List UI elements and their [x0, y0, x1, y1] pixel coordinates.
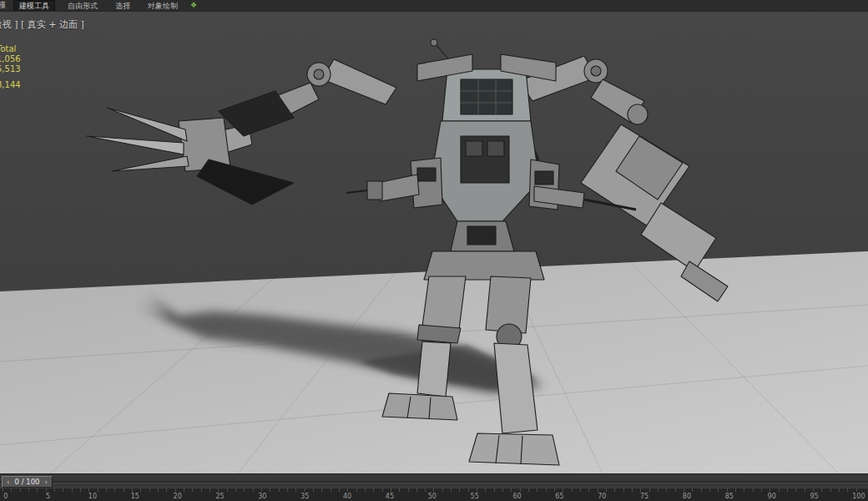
- object-paint-icon[interactable]: ❖: [190, 2, 198, 9]
- frame-label: 15: [131, 492, 139, 501]
- track-bar[interactable]: 0510152025303540455055606570758085909510…: [0, 488, 868, 501]
- menu-item[interactable]: 选择: [110, 1, 135, 11]
- frame-label: 20: [174, 492, 182, 501]
- ribbon-menu-items: 建模工具自由形式选择对象绘制: [13, 0, 183, 12]
- frame-label: 45: [386, 492, 394, 501]
- time-slider-groove[interactable]: [0, 481, 868, 483]
- frame-label: 10: [88, 492, 97, 501]
- viewport-label[interactable]: [ 透视 ] [ 真实 + 边面 ]: [0, 18, 84, 31]
- frame-label: 60: [512, 492, 521, 501]
- frame-label: 65: [555, 492, 563, 501]
- poly-statistics: Total 1,0565,513 8,144: [0, 44, 21, 90]
- frame-label: 25: [215, 492, 224, 501]
- frame-label: 95: [810, 492, 818, 501]
- ribbon-tab-modeling[interactable]: 建模: [0, 0, 6, 11]
- track-bar-labels: 0510152025303540455055606570758085909510…: [0, 492, 868, 501]
- stats-extra: 8,144: [0, 80, 21, 90]
- frame-label: 5: [46, 492, 50, 501]
- frame-label: 70: [598, 492, 606, 501]
- frame-label: 80: [683, 492, 691, 501]
- frame-label: 75: [640, 492, 648, 501]
- frame-label: 90: [768, 492, 776, 501]
- ribbon-menubar: 建模 建模工具自由形式选择对象绘制 ❖: [0, 0, 868, 12]
- max-application-window: 建模 建模工具自由形式选择对象绘制 ❖: [0, 0, 868, 501]
- current-frame-display: 0 / 100: [13, 478, 43, 486]
- frame-label: 100: [852, 492, 865, 501]
- frame-label: 35: [300, 492, 309, 501]
- frame-label: 50: [428, 492, 437, 501]
- frame-label: 0: [3, 492, 8, 501]
- time-slider-row[interactable]: ‹ 0 / 100 ›: [0, 473, 868, 488]
- stats-lines: 1,0565,513: [0, 54, 21, 74]
- perspective-viewport[interactable]: [ 透视 ] [ 真实 + 边面 ] Total 1,0565,513 8,14…: [0, 11, 868, 473]
- next-frame-button[interactable]: ›: [43, 478, 51, 487]
- time-slider-handle[interactable]: ‹ 0 / 100 ›: [2, 476, 53, 488]
- frame-label: 30: [258, 492, 266, 501]
- prev-frame-button[interactable]: ‹: [4, 478, 13, 487]
- menu-item[interactable]: 对象绘制: [143, 1, 183, 11]
- menu-item[interactable]: 自由形式: [63, 1, 103, 11]
- stats-line: 1,056: [0, 54, 21, 64]
- stats-line: 5,513: [0, 64, 21, 74]
- frame-label: 85: [725, 492, 734, 501]
- viewport-render: [0, 11, 868, 473]
- frame-label: 55: [471, 492, 479, 501]
- menu-item[interactable]: 建模工具: [13, 0, 55, 12]
- frame-label: 40: [343, 492, 351, 501]
- stats-title: Total: [0, 44, 21, 54]
